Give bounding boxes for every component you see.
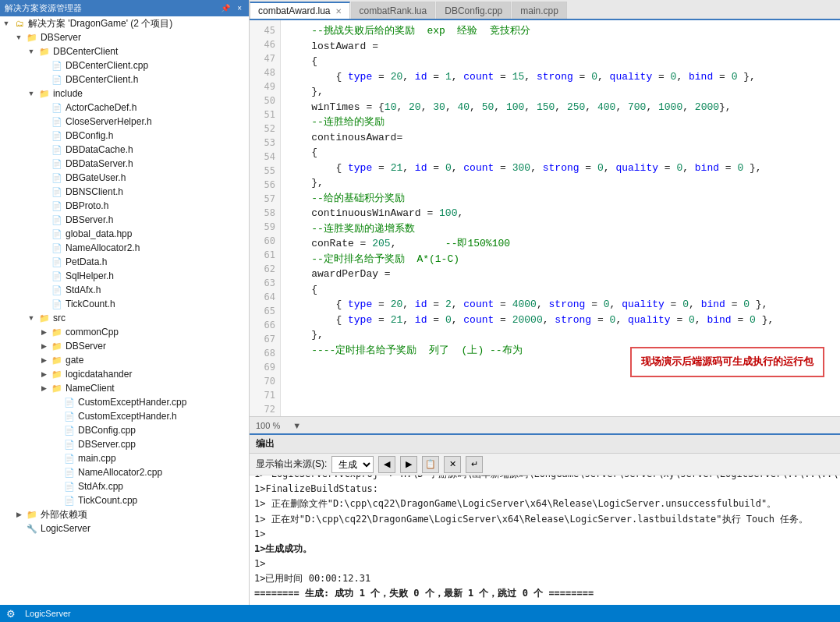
line-number: 67 bbox=[254, 332, 275, 346]
line-number: 58 bbox=[254, 206, 275, 220]
output-copy-button[interactable]: 📋 bbox=[422, 456, 439, 473]
tree-toggle: ▶ bbox=[12, 511, 25, 518]
tree-item[interactable]: 📄 ActorCacheDef.h bbox=[0, 101, 249, 115]
output-source-select[interactable]: 生成 bbox=[331, 456, 374, 473]
output-wrap-button[interactable]: ↵ bbox=[466, 456, 483, 473]
tree-label: DBNSClient.h bbox=[64, 186, 123, 197]
tab-label: DBConfig.cpp bbox=[445, 5, 502, 16]
code-line: winTimes = {10, 20, 30, 40, 50, 100, 150… bbox=[287, 100, 834, 115]
code-line: }, bbox=[287, 327, 834, 343]
pin-button[interactable]: 📌 bbox=[218, 3, 232, 13]
tree-item[interactable]: 📄 CustomExceptHander.h bbox=[0, 409, 249, 423]
tree-item[interactable]: 📄 NameAllocator2.h bbox=[0, 241, 249, 255]
line-number: 63 bbox=[254, 276, 275, 290]
line-number: 66 bbox=[254, 318, 275, 332]
tree-item[interactable]: 📄 CloseServerHelper.h bbox=[0, 115, 249, 129]
tree-label: CustomExceptHander.h bbox=[76, 411, 177, 422]
tree-label: TickCount.h bbox=[64, 299, 115, 309]
tree-item[interactable]: 📄 DBCenterClient.h bbox=[0, 72, 249, 87]
output-line: ======== 生成: 成功 1 个，失败 0 个，最新 1 个，跳过 0 个… bbox=[254, 586, 835, 601]
tree-item[interactable]: ▼ 📁 include bbox=[0, 87, 249, 101]
tree-item[interactable]: 📄 DBNSClient.h bbox=[0, 185, 249, 199]
tree-label: DBConfig.h bbox=[64, 130, 113, 141]
zoom-dropdown-icon[interactable]: ▼ bbox=[292, 421, 301, 430]
file-icon: 📄 bbox=[50, 257, 64, 267]
tree-item[interactable]: 📄 TickCount.cpp bbox=[0, 493, 249, 507]
tree-label: DBCenterClient.h bbox=[64, 74, 138, 85]
solution-icon: 🗂 bbox=[12, 19, 27, 28]
tree-label: include bbox=[51, 88, 83, 99]
line-number: 57 bbox=[254, 192, 275, 206]
solution-explorer-header: 解决方案资源管理器 📌 × bbox=[0, 0, 249, 16]
tree-item[interactable]: ▼ 📁 src bbox=[0, 311, 249, 325]
line-number: 48 bbox=[254, 65, 275, 80]
code-editor[interactable]: 4546474849505152535455565758596061626364… bbox=[250, 20, 840, 416]
tree-root[interactable]: ▼ 🗂 解决方案 'DragonGame' (2 个项目) bbox=[0, 16, 249, 30]
tree-item[interactable]: 📄 DBServer.h bbox=[0, 213, 249, 227]
zoom-level: 100 % bbox=[256, 421, 280, 430]
tab-dbconfig[interactable]: DBConfig.cpp bbox=[436, 2, 511, 19]
output-title: 编出 bbox=[256, 437, 275, 451]
tree-item[interactable]: 📄 DBCenterClient.cpp bbox=[0, 58, 249, 72]
file-icon: 📄 bbox=[50, 145, 64, 155]
tree-item[interactable]: 📄 DBDataCache.h bbox=[0, 143, 249, 157]
tree-item[interactable]: 📄 DBConfig.h bbox=[0, 129, 249, 143]
tree-item[interactable]: 📄 TickCount.h bbox=[0, 297, 249, 311]
tree-toggle: ▼ bbox=[12, 34, 25, 41]
file-icon: 📄 bbox=[62, 454, 76, 464]
tree-item[interactable]: ▼ 📁 DBCenterClient bbox=[0, 44, 249, 58]
code-line: --给的基础积分奖励 bbox=[287, 191, 834, 207]
tree-label: PetData.h bbox=[64, 256, 107, 267]
tree-label: CustomExceptHander.cpp bbox=[76, 397, 186, 408]
tree-item[interactable]: ▶ 📁 gate bbox=[0, 353, 249, 367]
tree-item[interactable]: 📄 PetData.h bbox=[0, 255, 249, 269]
tab-combatAward[interactable]: combatAward.lua ✕ bbox=[250, 2, 350, 19]
file-icon: 📄 bbox=[50, 173, 64, 183]
tree-item[interactable]: 📄 SqlHelper.h bbox=[0, 269, 249, 283]
file-icon: 📁 bbox=[25, 33, 39, 43]
tree-item[interactable]: ▶ 📁 NameClient bbox=[0, 381, 249, 395]
file-icon: 📁 bbox=[37, 47, 51, 57]
tab-close-button[interactable]: ✕ bbox=[335, 7, 342, 16]
tree-item[interactable]: 📄 DBServer.cpp bbox=[0, 437, 249, 451]
solution-explorer: 解决方案资源管理器 📌 × ▼ 🗂 解决方案 'DragonGame' (2 个… bbox=[0, 0, 250, 605]
code-line: continousAward= bbox=[287, 130, 834, 146]
tree-item[interactable]: ▶ 📁 DBServer bbox=[0, 339, 249, 353]
tree-item[interactable]: ▶ 📁 commonCpp bbox=[0, 325, 249, 339]
editor-panel: combatAward.lua ✕ combatRank.lua DBConfi… bbox=[250, 0, 840, 605]
tree-item[interactable]: ▶ 📁 外部依赖项 bbox=[0, 507, 249, 521]
line-number: 55 bbox=[254, 164, 275, 178]
tree-label: DBServer.h bbox=[64, 214, 113, 225]
output-source-label: 显示输出来源(S): bbox=[256, 458, 327, 471]
output-prev-button[interactable]: ◀ bbox=[378, 456, 395, 473]
file-icon: 📄 bbox=[50, 75, 64, 85]
tree-item[interactable]: 📄 StdAfx.cpp bbox=[0, 479, 249, 493]
tree-item[interactable]: 📄 DBGateUser.h bbox=[0, 171, 249, 185]
tab-combatRank[interactable]: combatRank.lua bbox=[351, 2, 436, 19]
file-tree: ▼ 🗂 解决方案 'DragonGame' (2 个项目) ▼ 📁 DBServ… bbox=[0, 16, 249, 605]
line-number: 59 bbox=[254, 220, 275, 234]
tree-item[interactable]: ▶ 📁 logicdatahander bbox=[0, 367, 249, 381]
tree-item[interactable]: 📄 CustomExceptHander.cpp bbox=[0, 395, 249, 409]
tree-item[interactable]: 📄 DBProto.h bbox=[0, 199, 249, 213]
tree-item[interactable]: 🔧 LogicServer bbox=[0, 521, 249, 535]
tree-item[interactable]: ▼ 📁 DBServer bbox=[0, 30, 249, 44]
tree-item[interactable]: 📄 StdAfx.h bbox=[0, 283, 249, 297]
tree-root-label: 解决方案 'DragonGame' (2 个项目) bbox=[27, 17, 172, 30]
tree-item[interactable]: 📄 main.cpp bbox=[0, 451, 249, 465]
file-icon: 📄 bbox=[62, 398, 76, 408]
tree-item[interactable]: 📄 NameAllocator2.cpp bbox=[0, 465, 249, 479]
output-clear-button[interactable]: ✕ bbox=[444, 456, 461, 473]
tree-label: DBProto.h bbox=[64, 200, 108, 211]
output-header: 编出 bbox=[250, 435, 840, 454]
tree-item[interactable]: 📄 DBConfig.cpp bbox=[0, 423, 249, 437]
tree-item[interactable]: 📄 global_data.hpp bbox=[0, 227, 249, 241]
output-next-button[interactable]: ▶ bbox=[400, 456, 417, 473]
close-panel-button[interactable]: × bbox=[235, 3, 244, 13]
code-line: { type = 20, id = 2, count = 4000, stron… bbox=[287, 297, 834, 313]
tab-main[interactable]: main.cpp bbox=[512, 2, 567, 19]
tree-label: global_data.hpp bbox=[64, 228, 132, 239]
line-number: 56 bbox=[254, 178, 275, 192]
tree-item[interactable]: 📄 DBDataServer.h bbox=[0, 157, 249, 171]
tree-label: StdAfx.h bbox=[64, 284, 101, 295]
